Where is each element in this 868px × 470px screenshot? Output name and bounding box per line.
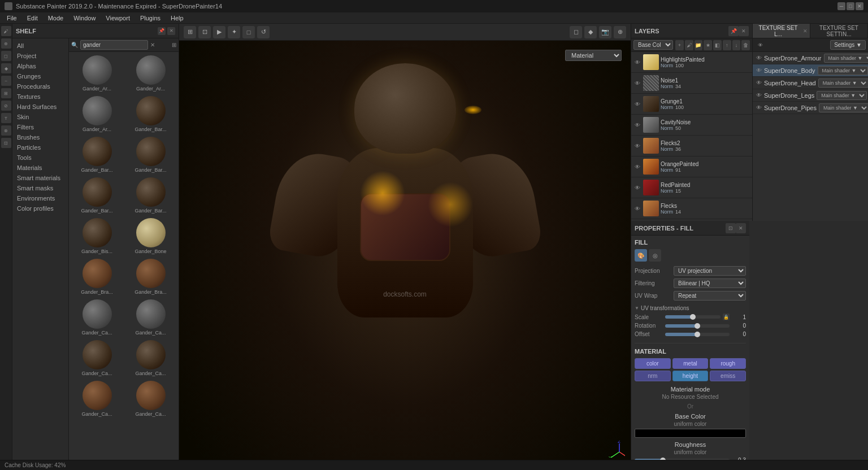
channel-rough[interactable]: rough <box>710 358 746 369</box>
vp-tool-extra[interactable]: ⊕ <box>614 26 626 38</box>
shelf-nav-materials[interactable]: Materials <box>12 163 68 173</box>
layer-item[interactable]: 👁 HighlightsPainted Norm 100 <box>631 52 752 73</box>
scale-lock[interactable]: 🔒 <box>723 314 730 320</box>
shelf-item[interactable]: Gander_Ar... <box>71 95 123 133</box>
tool-extra1[interactable]: ⊗ <box>1 125 11 136</box>
shelf-nav-environments[interactable]: Environments <box>12 193 68 203</box>
ts-shader-select[interactable]: Main shader ▼ <box>818 66 868 75</box>
rotation-thumb[interactable] <box>695 323 700 329</box>
shelf-nav-color-profiles[interactable]: Color profiles <box>12 203 68 214</box>
shelf-item[interactable]: Gander_Ca... <box>71 298 123 337</box>
layer-item[interactable]: 👁 RedPainted Norm 15 <box>631 177 752 198</box>
channel-nrm[interactable]: nrm <box>635 371 671 381</box>
minimize-button[interactable]: ─ <box>837 2 845 10</box>
layer-mask[interactable]: ◧ <box>713 40 722 50</box>
shelf-nav-procedurals[interactable]: Procedurals <box>12 81 68 92</box>
shelf-item[interactable]: Gander_Bra... <box>71 258 123 296</box>
shelf-pin-btn[interactable]: 📌 <box>158 27 166 35</box>
layer-delete[interactable]: 🗑 <box>741 40 750 50</box>
vp-tool-grid[interactable]: ⊞ <box>184 26 196 38</box>
layer-add-folder[interactable]: 📁 <box>695 40 703 50</box>
layer-visibility[interactable]: 👁 <box>633 79 641 87</box>
shelf-item[interactable]: Gander_Bar... <box>125 95 176 133</box>
shelf-item[interactable]: Gander_Ca... <box>125 380 176 418</box>
shelf-nav-brushes[interactable]: Brushes <box>12 132 68 142</box>
shelf-item[interactable]: Gander_Bra... <box>125 258 176 296</box>
vp-tool-quad[interactable]: ⊡ <box>198 26 211 38</box>
shelf-grid-toggle[interactable]: ⊞ <box>172 42 176 48</box>
vp-tool-3d[interactable]: ◆ <box>584 26 597 38</box>
shelf-nav-alphas[interactable]: Alphas <box>12 61 68 71</box>
ts-tab1-close[interactable]: ✕ <box>803 28 808 34</box>
layer-down[interactable]: ↓ <box>732 40 741 50</box>
vp-tool-frame[interactable]: □ <box>242 26 255 38</box>
prop-close-btn[interactable]: ✕ <box>736 223 746 233</box>
filtering-select[interactable]: Bilinear | HQ <box>674 278 746 288</box>
menu-window[interactable]: Window <box>69 14 100 23</box>
shelf-search-clear[interactable]: ✕ <box>150 42 155 48</box>
tool-paint[interactable]: 🖌 <box>1 26 11 36</box>
shelf-nav-project[interactable]: Project <box>12 51 68 61</box>
channel-color[interactable]: color <box>635 358 671 369</box>
close-button[interactable]: ✕ <box>856 2 863 10</box>
tool-erase[interactable]: ◻ <box>1 51 11 61</box>
shelf-close-btn[interactable]: ✕ <box>167 27 175 35</box>
fill-icon-paint[interactable]: 🎨 <box>635 249 647 262</box>
tool-clone[interactable]: ⊞ <box>1 88 11 98</box>
ts-item[interactable]: 👁 SuperDrone_Pipes Main shader ▼ <box>753 102 868 114</box>
ts-shader-select[interactable]: Main shader ▼ <box>817 91 867 100</box>
layer-item[interactable]: 👁 Noise1 Norm 34 <box>631 73 752 94</box>
ts-visibility[interactable]: 👁 <box>756 55 762 62</box>
layer-visibility[interactable]: 👁 <box>633 184 641 192</box>
shelf-item[interactable]: Gander_Bone <box>125 217 176 255</box>
layer-visibility[interactable]: 👁 <box>633 100 641 108</box>
shelf-item[interactable]: Gander_Bar... <box>71 136 123 174</box>
vp-tool-rotate[interactable]: ↺ <box>257 26 270 38</box>
scale-thumb[interactable] <box>690 314 696 320</box>
menu-file[interactable]: File <box>2 14 21 23</box>
ts-tab-list[interactable]: TEXTURE SET L... ✕ <box>753 24 810 38</box>
layers-pin-btn[interactable]: 📌 <box>728 26 739 36</box>
menu-edit[interactable]: Edit <box>23 14 42 23</box>
layer-item[interactable]: 👁 Flecks2 Norm 36 <box>631 136 752 156</box>
shelf-item[interactable]: Gander_Bar... <box>71 176 123 215</box>
shelf-nav-textures[interactable]: Textures <box>12 92 68 102</box>
shelf-item[interactable]: Gander_Bis... <box>71 217 123 255</box>
shelf-item[interactable]: Gander_Ca... <box>125 339 176 377</box>
ts-tab-settings[interactable]: TEXTURE SET SETTIN... <box>810 24 868 38</box>
channel-emiss[interactable]: emiss <box>710 371 746 381</box>
projection-select[interactable]: UV projection <box>674 266 746 276</box>
ts-item[interactable]: 👁 SuperDrone_Body Main shader ▼ <box>753 64 868 77</box>
layer-visibility[interactable]: 👁 <box>633 142 641 150</box>
layer-visibility[interactable]: 👁 <box>633 121 641 129</box>
layer-up[interactable]: ↑ <box>723 40 731 50</box>
tool-smudge[interactable]: ~ <box>1 76 11 86</box>
ts-tool-eye[interactable]: 👁 <box>755 40 765 50</box>
shelf-nav-hard-surfaces[interactable]: Hard Surfaces <box>12 102 68 112</box>
channel-metal[interactable]: metal <box>672 358 709 369</box>
shelf-nav-filters[interactable]: Filters <box>12 122 68 132</box>
tool-text[interactable]: T <box>1 113 11 123</box>
ts-settings-button[interactable]: Settings ▼ <box>830 40 866 50</box>
menu-help[interactable]: Help <box>166 14 188 23</box>
ts-visibility[interactable]: 👁 <box>756 92 762 99</box>
tool-fill[interactable]: ◆ <box>1 63 11 73</box>
layers-blend-select[interactable]: Base Col ▼ <box>633 40 673 50</box>
layer-item[interactable]: 👁 OrangePainted Norm 91 <box>631 156 752 177</box>
shelf-item[interactable]: Gander_Ar... <box>125 54 176 93</box>
menu-plugins[interactable]: Plugins <box>136 14 165 23</box>
vp-tool-anim[interactable]: ▶ <box>213 26 225 38</box>
uvwrap-select[interactable]: Repeat <box>674 291 746 301</box>
ts-visibility[interactable]: 👁 <box>756 67 762 74</box>
ts-visibility[interactable]: 👁 <box>756 105 762 111</box>
layer-item[interactable]: 👁 CavityNoise Norm 50 <box>631 115 752 136</box>
tool-select[interactable]: ⊕ <box>1 38 11 49</box>
fill-icon-env[interactable]: ◎ <box>649 249 661 262</box>
shelf-nav-tools[interactable]: Tools <box>12 153 68 163</box>
menu-mode[interactable]: Mode <box>44 14 68 23</box>
layer-effects[interactable]: ★ <box>704 40 712 50</box>
shelf-item[interactable]: Gander_Ar... <box>71 54 123 93</box>
channel-height[interactable]: height <box>672 371 709 381</box>
shelf-item[interactable]: Gander_Ca... <box>71 339 123 377</box>
menu-viewport[interactable]: Viewport <box>101 14 134 23</box>
